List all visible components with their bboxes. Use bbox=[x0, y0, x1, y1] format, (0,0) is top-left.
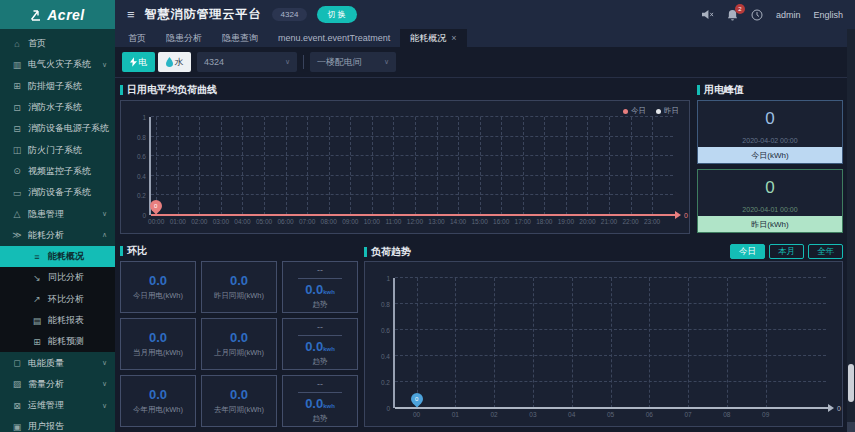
sidebar-item-ops-management[interactable]: ⊠运维管理∨ bbox=[0, 395, 115, 416]
sidebar-item-video-monitor[interactable]: ⊙视频监控子系统 bbox=[0, 161, 115, 182]
close-icon[interactable]: × bbox=[451, 33, 456, 43]
sidebar-subitem-energy-report[interactable]: ▤能耗报表 bbox=[0, 310, 115, 331]
app-title: 智慧消防管理云平台 bbox=[145, 6, 262, 23]
video-monitor-icon: ⊙ bbox=[12, 166, 22, 176]
trend-down-icon: ↘ bbox=[32, 273, 42, 283]
tab-energy-overview[interactable]: 能耗概况× bbox=[400, 29, 466, 47]
daily-load-title: 日用电平均负荷曲线 bbox=[120, 83, 690, 96]
sidebar-item-electrical-fire[interactable]: ▥电气火灾子系统∨ bbox=[0, 54, 115, 75]
sidebar-item-fire-equipment-power[interactable]: ⊟消防设备电源子系统 bbox=[0, 118, 115, 139]
acrel-logo-icon bbox=[30, 9, 43, 21]
chevron-down-icon: ∨ bbox=[102, 402, 107, 410]
room-select[interactable]: 一楼配电间∨ bbox=[310, 52, 396, 72]
warning-triangle-icon: △ bbox=[12, 209, 22, 219]
chevron-down-icon: ∨ bbox=[279, 58, 290, 66]
peak-date-today: 2020-04-02 00:00 bbox=[698, 137, 842, 144]
ring-grid: 0.0今日用电(kWh) 0.0昨日同期(kWh) --0.0kwh趋势 0.0… bbox=[120, 261, 358, 427]
switch-button[interactable]: 切换 bbox=[317, 6, 357, 23]
legend-yesterday[interactable]: 昨日 bbox=[656, 106, 679, 116]
divider bbox=[298, 335, 341, 336]
tab-hazard-query[interactable]: 隐患查询 bbox=[212, 29, 268, 47]
sidebar-item-fire-water[interactable]: ⊡消防水子系统 bbox=[0, 97, 115, 118]
peak-value-yesterday: 0 bbox=[698, 170, 842, 206]
equipment-power-icon: ⊟ bbox=[12, 124, 22, 134]
sidebar-subitem-energy-overview[interactable]: ≡能耗概况 bbox=[0, 246, 115, 267]
load-trend-chart: 00.20.40.60.810001020304050607080900 bbox=[364, 261, 843, 427]
plot-area: 00.20.40.60.810001020304050607080900 bbox=[393, 278, 826, 408]
chevron-down-icon: ∨ bbox=[102, 61, 107, 69]
sidebar-item-fire-door[interactable]: ◫防火门子系统 bbox=[0, 139, 115, 160]
peak-card-today: 0 2020-04-02 00:00 今日(kWh) bbox=[697, 100, 843, 164]
bell-icon[interactable]: 2 bbox=[727, 9, 738, 21]
legend-dot-today bbox=[623, 109, 628, 114]
tab-event-treatment[interactable]: menu.event.eventTreatment bbox=[268, 29, 400, 47]
sidebar-subitem-energy-forecast[interactable]: ⊞能耗预测 bbox=[0, 331, 115, 352]
divider bbox=[298, 278, 341, 279]
fire-water-icon: ⊡ bbox=[12, 103, 22, 113]
trend-month-button[interactable]: 本月 bbox=[769, 244, 804, 259]
device-select[interactable]: 4324∨ bbox=[197, 52, 297, 72]
sidebar-item-smoke-exhaust[interactable]: ⊞防排烟子系统 bbox=[0, 76, 115, 97]
electrical-fire-icon: ▥ bbox=[12, 60, 22, 70]
header-right: 2 admin English bbox=[701, 9, 843, 21]
report-icon: ▤ bbox=[32, 316, 42, 326]
ring-card-year-trend: --0.0kwh趋势 bbox=[282, 375, 358, 427]
trend-up-icon: ↗ bbox=[32, 294, 42, 304]
tab-hazard-analysis[interactable]: 隐患分析 bbox=[156, 29, 212, 47]
home-icon: ⌂ bbox=[12, 39, 22, 49]
language-switch[interactable]: English bbox=[813, 10, 843, 20]
scrollbar-corner bbox=[847, 422, 855, 432]
load-trend-title: 负荷趋势 bbox=[364, 245, 411, 258]
trend-range-buttons: 今日 本月 全年 bbox=[730, 244, 843, 259]
chevron-down-icon: ∨ bbox=[102, 359, 107, 367]
sidebar-item-hazard-management[interactable]: △隐患管理∨ bbox=[0, 203, 115, 224]
chevron-up-icon: ∧ bbox=[102, 231, 107, 239]
shell: ⌂首页 ▥电气火灾子系统∨ ⊞防排烟子系统 ⊡消防水子系统 ⊟消防设备电源子系统… bbox=[0, 29, 855, 432]
header-main: ≡ 智慧消防管理云平台 4324 切换 2 admin English bbox=[115, 0, 855, 29]
peak-label-yesterday: 昨日(kWh) bbox=[698, 216, 842, 232]
ring-card-today-usage: 0.0今日用电(kWh) bbox=[120, 261, 196, 313]
brand-name: Acrel bbox=[47, 7, 85, 23]
chevron-down-icon: ∨ bbox=[378, 58, 389, 66]
sidebar-subitem-mom-analysis[interactable]: ↗环比分析 bbox=[0, 289, 115, 310]
divider bbox=[303, 55, 304, 69]
peak-date-yesterday: 2020-04-01 00:00 bbox=[698, 206, 842, 213]
mute-icon[interactable] bbox=[701, 9, 714, 20]
user-report-icon: ▣ bbox=[12, 422, 22, 432]
water-toggle-button[interactable]: 水 bbox=[158, 52, 191, 72]
brand-logo[interactable]: Acrel bbox=[0, 0, 115, 29]
fire-door-icon: ◫ bbox=[12, 145, 22, 155]
tab-home[interactable]: 首页 bbox=[118, 29, 156, 47]
energy-analysis-icon: ≫ bbox=[12, 230, 22, 240]
chevron-down-icon: ∨ bbox=[102, 210, 107, 218]
filter-bar: 电 水 4324∨ 一楼配电间∨ bbox=[115, 47, 847, 78]
ring-card-year-usage: 0.0今年用电(kWh) bbox=[120, 375, 196, 427]
trend-today-button[interactable]: 今日 bbox=[730, 244, 765, 259]
sidebar-subitem-yoy-analysis[interactable]: ↘同比分析 bbox=[0, 267, 115, 288]
sidebar-item-home[interactable]: ⌂首页 bbox=[0, 33, 115, 54]
daily-load-chart: 今日 昨日 00.20.40.60.8100:0001:0002:0003:00… bbox=[120, 100, 690, 234]
clock-icon[interactable] bbox=[751, 9, 763, 21]
lightning-icon bbox=[130, 57, 137, 67]
ring-card-yesterday-usage: 0.0昨日同期(kWh) bbox=[201, 261, 277, 313]
electric-toggle-button[interactable]: 电 bbox=[122, 52, 155, 72]
list-icon: ≡ bbox=[32, 252, 42, 262]
scrollbar[interactable] bbox=[847, 29, 855, 432]
sidebar-item-user-report[interactable]: ▣用户报告 bbox=[0, 416, 115, 432]
data-marker-pin: 0 bbox=[148, 198, 165, 215]
legend-today[interactable]: 今日 bbox=[623, 106, 646, 116]
sidebar-collapse-icon[interactable]: ≡ bbox=[127, 7, 135, 22]
ring-card-month-trend: --0.0kwh趋势 bbox=[282, 318, 358, 370]
username[interactable]: admin bbox=[776, 10, 801, 20]
sidebar-item-energy-analysis[interactable]: ≫能耗分析∧ bbox=[0, 225, 115, 246]
trend-year-button[interactable]: 全年 bbox=[808, 244, 843, 259]
energy-submenu: ≡能耗概况 ↘同比分析 ↗环比分析 ▤能耗报表 ⊞能耗预测 bbox=[0, 246, 115, 352]
top-header: Acrel ≡ 智慧消防管理云平台 4324 切换 2 admin Englis… bbox=[0, 0, 855, 29]
forecast-icon: ⊞ bbox=[32, 337, 42, 347]
sidebar-item-fire-equipment[interactable]: ▭消防设备子系统 bbox=[0, 182, 115, 203]
demand-analysis-icon: ▨ bbox=[12, 379, 22, 389]
sidebar-item-demand-analysis[interactable]: ▨需量分析∨ bbox=[0, 374, 115, 395]
scrollbar-thumb[interactable] bbox=[848, 364, 854, 402]
sidebar-item-power-quality[interactable]: ◻电能质量∨ bbox=[0, 352, 115, 373]
main-content: 首页 隐患分析 隐患查询 menu.event.eventTreatment 能… bbox=[115, 29, 847, 432]
